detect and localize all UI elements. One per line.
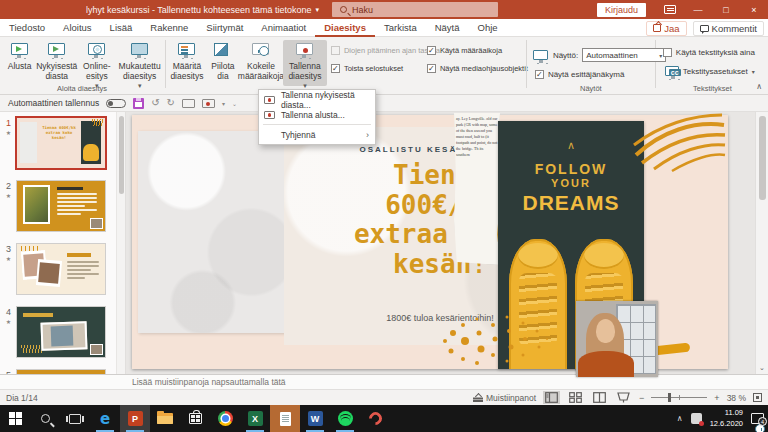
zoom-slider[interactable] — [651, 397, 707, 398]
taskbar-acrobat[interactable] — [360, 405, 390, 432]
search-box[interactable]: Haku — [332, 2, 498, 17]
record-dropdown-icon[interactable]: ▾ — [222, 100, 225, 107]
fit-slide-to-window-icon[interactable] — [753, 393, 762, 402]
notes-toggle-button[interactable]: Muistiinpanot — [473, 393, 536, 403]
taskbar-chrome[interactable] — [210, 405, 240, 432]
tab-rakenne[interactable]: Rakenne — [141, 19, 197, 37]
tab-aloitus[interactable]: Aloitus — [54, 19, 101, 37]
edge-icon: e — [100, 410, 110, 428]
play-from-start-icon — [9, 42, 31, 61]
presenter-view-checkbox[interactable]: ✓ Näytä esittäjänäkymä — [531, 70, 666, 79]
keep-slides-updated-checkbox[interactable]: Diojen pitäminen ajan tasalla — [331, 46, 427, 55]
notification-center-button[interactable]: 4 — [751, 413, 764, 424]
zoom-slider-thumb[interactable] — [668, 393, 671, 402]
tray-app-icon[interactable] — [691, 413, 702, 424]
slide-thumbnail-5[interactable] — [17, 370, 105, 374]
slideshow-view-button[interactable] — [615, 391, 632, 404]
tab-tarkista[interactable]: Tarkista — [375, 19, 426, 37]
ribbon: Alusta Nykyisestä diasta Online-esitys ▾… — [0, 37, 768, 95]
collapse-ribbon-icon[interactable]: ∧ — [756, 82, 762, 91]
group-label-captions: Tekstitykset — [657, 84, 768, 93]
slide-sorter-view-button[interactable] — [567, 391, 584, 404]
tab-animaatiot[interactable]: Animaatiot — [252, 19, 315, 37]
autosave-toggle[interactable] — [106, 99, 126, 108]
taskbar-file-explorer[interactable] — [150, 405, 180, 432]
taskbar-notepad[interactable] — [270, 405, 300, 432]
slide-thumbnail-2[interactable] — [17, 181, 105, 231]
show-media-controls-checkbox[interactable]: ✓ Näytä mediaohjausobjektit — [427, 64, 525, 73]
sign-in-button[interactable]: Kirjaudu — [597, 3, 646, 17]
custom-slideshow-button[interactable]: Mukautettu diaesitys ▾ — [115, 40, 164, 86]
record-slideshow-button[interactable]: Tallenna diaesitys ▾ — [283, 40, 327, 86]
rehearse-timings-button[interactable]: Kokeile määräaikoja — [239, 40, 283, 86]
taskbar-edge[interactable]: e — [90, 405, 120, 432]
subtitle-settings-button[interactable]: Tekstitysasetukset ▾ — [663, 65, 755, 78]
slide-thumbnail-1[interactable]: Tienaa 600€/kk extraa koko kesän! — [17, 118, 105, 168]
title-dropdown-icon[interactable]: ▾ — [315, 6, 319, 14]
taskbar-excel[interactable]: X — [240, 405, 270, 432]
webcam-overlay[interactable] — [576, 301, 658, 377]
animation-star-icon: ★ — [0, 255, 17, 262]
start-from-beginning-button[interactable]: Alusta — [4, 40, 35, 86]
taskbar-spotify[interactable] — [330, 405, 360, 432]
slide-thumbnail-3[interactable] — [17, 244, 105, 294]
thumbnail-scrollbar[interactable] — [116, 112, 125, 374]
save-icon[interactable] — [133, 98, 144, 109]
zoom-out-button[interactable]: − — [639, 393, 644, 403]
slide-canvas: OSALLISTU KESÄKURSSILLE Tienaa 600€/kk e… — [126, 112, 755, 374]
set-up-slideshow-button[interactable]: Määritä diaesitys — [167, 40, 207, 86]
taskbar-clock[interactable]: 11.09 12.6.2020 — [710, 408, 743, 428]
slide-thumbnail-4[interactable] — [17, 307, 105, 357]
normal-view-button[interactable] — [543, 391, 560, 404]
hide-slide-button[interactable]: Piilota dia — [207, 40, 239, 86]
monitor-select[interactable]: Automaattinen ▾ — [582, 48, 666, 62]
menu-item-record-from-current[interactable]: Tallenna nykyisestä diasta... — [259, 92, 375, 107]
start-button[interactable] — [0, 405, 30, 432]
quick-access-toolbar: Automaattinen tallennus ↺ ↻ ▾ ⌄ — [0, 95, 768, 112]
slide-editor[interactable]: OSALLISTU KESÄKURSSILLE Tienaa 600€/kk e… — [132, 115, 728, 369]
taskbar-powerpoint[interactable]: P — [120, 405, 150, 432]
zoom-in-button[interactable]: + — [714, 393, 719, 403]
tab-siirtymat[interactable]: Siirtymät — [197, 19, 252, 37]
taskbar-microsoft-store[interactable] — [180, 405, 210, 432]
dropdown-icon: ▾ — [752, 68, 755, 75]
dots-decoration — [437, 311, 553, 369]
minimize-button[interactable]: — — [684, 0, 712, 19]
menu-item-clear[interactable]: Tyhjennä › — [259, 127, 375, 142]
tab-lisaa[interactable]: Lisää — [101, 19, 142, 37]
share-button[interactable]: Jaa — [646, 21, 686, 36]
from-current-slide-button[interactable]: Nykyisestä diasta — [35, 40, 78, 86]
tab-ohje[interactable]: Ohje — [469, 19, 507, 37]
ribbon-tab-bar: Tiedosto Aloitus Lisää Rakenne Siirtymät… — [0, 19, 768, 37]
taskbar-word[interactable]: W — [300, 405, 330, 432]
notes-icon — [473, 394, 483, 402]
taskbar-search-button[interactable] — [30, 405, 60, 432]
next-slide-icon[interactable]: ⌄ — [756, 364, 768, 372]
menu-item-record-from-beginning[interactable]: Tallenna alusta... — [259, 107, 375, 122]
undo-icon[interactable]: ↺ — [151, 98, 159, 108]
use-timings-checkbox[interactable]: ✓ Käytä määräaikoja — [427, 46, 525, 55]
maximize-button[interactable]: □ — [712, 0, 740, 19]
tray-expand-icon[interactable]: ∧ — [677, 414, 683, 423]
always-use-subtitles-checkbox[interactable]: Käytä tekstityksiä aina — [663, 48, 755, 57]
tab-diaesitys[interactable]: Diaesitys — [315, 19, 375, 37]
comments-button[interactable]: Kommentit — [693, 21, 764, 36]
canvas-scrollbar[interactable]: ⌄ — [755, 112, 768, 374]
close-button[interactable]: × — [740, 0, 768, 19]
checkbox-check-icon: ✓ — [535, 70, 544, 79]
ribbon-display-options-button[interactable] — [656, 0, 684, 19]
reading-view-button[interactable] — [591, 391, 608, 404]
task-view-button[interactable] — [60, 405, 90, 432]
task-view-icon — [69, 414, 81, 424]
redo-icon[interactable]: ↻ — [167, 98, 175, 108]
customize-qat-icon[interactable]: ⌄ — [232, 100, 237, 107]
tab-tiedosto[interactable]: Tiedosto — [0, 19, 54, 37]
start-presentation-icon[interactable] — [182, 99, 195, 108]
share-icon — [653, 24, 661, 32]
record-icon[interactable] — [202, 99, 215, 108]
present-online-button[interactable]: Online-esitys ▾ — [78, 40, 115, 86]
zoom-level[interactable]: 38 % — [727, 393, 746, 403]
tab-nayta[interactable]: Näytä — [426, 19, 469, 37]
play-narrations-checkbox[interactable]: ✓ Toista selostukset — [331, 64, 427, 73]
record-icon — [264, 96, 275, 104]
